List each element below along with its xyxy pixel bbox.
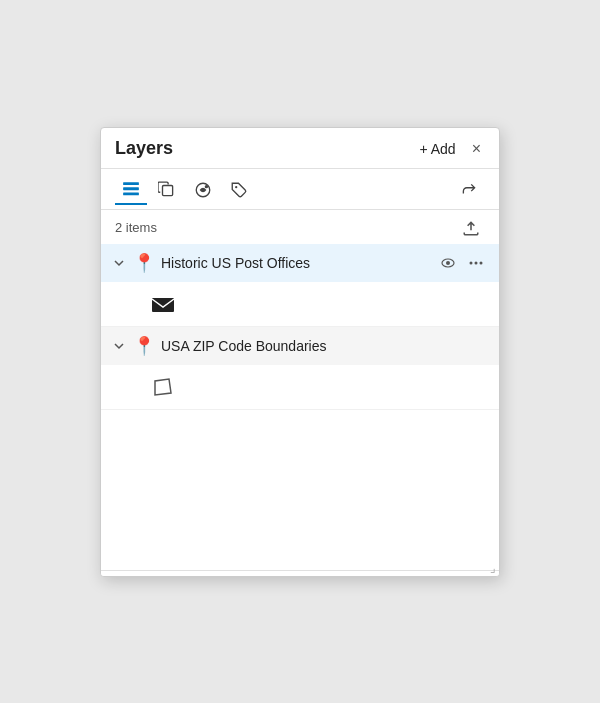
list-icon <box>122 180 140 198</box>
list-item: 📍 Historic US Post Offices <box>101 244 499 327</box>
chevron-down-icon <box>113 257 125 269</box>
layers-list: 📍 Historic US Post Offices <box>101 244 499 410</box>
envelope-symbol <box>149 290 177 318</box>
svg-rect-2 <box>123 192 139 195</box>
toolbar <box>101 169 499 210</box>
items-count-row: 2 items <box>101 210 499 244</box>
panel-header: Layers + Add × <box>101 128 499 169</box>
tag-button[interactable] <box>223 176 255 204</box>
polygon-outline-symbol <box>149 373 177 401</box>
tag-icon <box>230 181 248 199</box>
layer-actions-post-offices <box>435 252 489 274</box>
layer-row-zip-code[interactable]: 📍 USA ZIP Code Boundaries <box>101 327 499 365</box>
header-actions: + Add × <box>415 138 485 160</box>
svg-point-6 <box>235 186 237 188</box>
duplicate-button[interactable] <box>151 176 183 204</box>
svg-point-8 <box>446 261 450 265</box>
svg-rect-1 <box>123 187 139 190</box>
panel-title: Layers <box>115 138 173 159</box>
expand-button-zip-code[interactable] <box>111 340 127 352</box>
upload-icon <box>462 219 480 237</box>
svg-point-5 <box>205 184 208 187</box>
add-button[interactable]: + Add <box>415 139 459 159</box>
svg-point-9 <box>470 261 473 264</box>
share-button[interactable] <box>453 176 485 204</box>
eye-icon <box>440 255 456 271</box>
more-button-post-offices[interactable] <box>463 252 489 274</box>
visibility-button-post-offices[interactable] <box>435 252 461 274</box>
layers-panel: Layers + Add × <box>100 127 500 577</box>
layer-icon-zip-code: 📍 <box>133 335 155 357</box>
share-icon <box>460 181 478 199</box>
panel-footer: ⌟ <box>101 570 499 576</box>
chevron-down-icon <box>113 340 125 352</box>
style-icon <box>194 181 212 199</box>
style-button[interactable] <box>187 176 219 204</box>
layer-row-post-offices[interactable]: 📍 Historic US Post Offices <box>101 244 499 282</box>
svg-rect-12 <box>152 298 174 312</box>
layer-icon-post-offices: 📍 <box>133 252 155 274</box>
toolbar-right <box>453 176 485 204</box>
polygon-symbol <box>149 373 177 401</box>
layer-symbol-zip-code <box>101 365 499 409</box>
svg-rect-3 <box>163 185 173 195</box>
layer-name-post-offices: Historic US Post Offices <box>161 255 429 271</box>
duplicate-icon <box>158 181 176 199</box>
layer-name-zip-code: USA ZIP Code Boundaries <box>161 338 489 354</box>
svg-rect-0 <box>123 182 139 185</box>
panel-empty-space <box>101 410 499 570</box>
resize-handle[interactable]: ⌟ <box>487 560 499 576</box>
svg-point-10 <box>475 261 478 264</box>
expand-button-post-offices[interactable] <box>111 257 127 269</box>
more-icon <box>468 255 484 271</box>
list-view-button[interactable] <box>115 175 147 205</box>
items-count-label: 2 items <box>115 220 157 235</box>
upload-button[interactable] <box>457 216 485 240</box>
point-symbol <box>149 290 177 318</box>
list-item: 📍 USA ZIP Code Boundaries <box>101 327 499 410</box>
close-button[interactable]: × <box>468 138 485 160</box>
layer-symbol-post-offices <box>101 282 499 326</box>
svg-point-11 <box>480 261 483 264</box>
